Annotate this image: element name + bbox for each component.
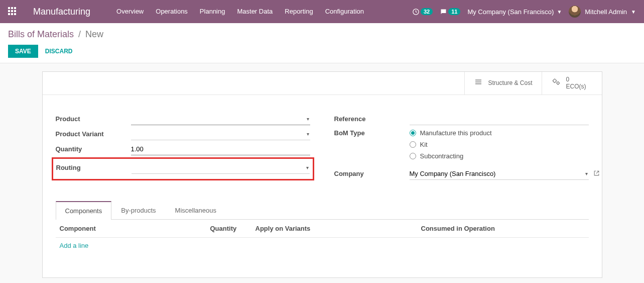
label-product: Product (56, 115, 131, 123)
gears-icon (551, 77, 561, 89)
breadcrumb-sep: / (78, 29, 81, 39)
nav-reporting[interactable]: Reporting (279, 0, 319, 23)
th-quantity: Quantity (206, 220, 251, 238)
product-input[interactable] (131, 113, 310, 125)
tabs: Components By-products Miscellaneous (56, 201, 589, 220)
table-header-row: Component Quantity Apply on Variants Con… (56, 220, 589, 238)
table-row: Add a line (56, 237, 589, 253)
caret-down-icon: ▼ (631, 9, 636, 15)
eco-label: ECO(s) (566, 83, 586, 90)
label-reference: Reference (334, 115, 410, 123)
left-column: Product ▾ Product Variant ▾ Quantity (56, 112, 310, 182)
sheet-wrap: Structure & Cost 0 ECO(s) Product (0, 63, 644, 278)
app-header: Manufacturing Overview Operations Planni… (0, 0, 644, 23)
field-reference: Reference (334, 112, 589, 126)
company-name: My Company (San Francisco) (467, 8, 554, 16)
form-sheet: Structure & Cost 0 ECO(s) Product (42, 71, 602, 278)
eco-count: 0 (566, 76, 586, 83)
product-variant-control[interactable]: ▾ (131, 128, 310, 140)
quantity-input[interactable] (131, 143, 310, 155)
radio-icon (410, 153, 416, 159)
eco-text: 0 ECO(s) (566, 76, 586, 90)
bom-type-group: Manufacture this product Kit Subcontract… (410, 127, 589, 162)
routing-input[interactable] (132, 162, 310, 174)
radio-icon (410, 130, 416, 136)
main-nav: Overview Operations Planning Master Data… (110, 0, 370, 23)
save-button[interactable]: SAVE (8, 45, 38, 58)
company-input[interactable] (410, 168, 589, 180)
reference-input[interactable] (410, 113, 589, 125)
breadcrumb: Bills of Materials / New (8, 29, 636, 40)
breadcrumb-root[interactable]: Bills of Materials (8, 29, 74, 39)
user-menu[interactable]: Mitchell Admin ▼ (569, 6, 636, 18)
field-bom-type: BoM Type Manufacture this product Kit (334, 127, 589, 162)
eco-button[interactable]: 0 ECO(s) (542, 72, 602, 95)
bom-type-manufacture[interactable]: Manufacture this product (410, 127, 589, 139)
discard-button[interactable]: DISCARD (45, 48, 73, 55)
user-name: Mitchell Admin (585, 8, 627, 16)
label-quantity: Quantity (56, 145, 131, 153)
clock-icon (412, 8, 420, 16)
messages-indicator[interactable]: 11 (440, 8, 460, 16)
field-product: Product ▾ (56, 112, 310, 126)
quantity-control[interactable] (131, 143, 310, 155)
field-product-variant: Product Variant ▾ (56, 127, 310, 141)
product-control[interactable]: ▾ (131, 113, 310, 125)
chat-icon (440, 8, 447, 16)
nav-master-data[interactable]: Master Data (231, 0, 279, 23)
field-company: Company ▾ (334, 167, 589, 181)
list-icon (474, 77, 483, 89)
right-column: Reference BoM Type Manufacture this prod… (334, 112, 589, 182)
table-row-empty (56, 253, 589, 277)
label-routing: Routing (56, 164, 132, 171)
field-quantity: Quantity (56, 142, 310, 156)
reference-control[interactable] (410, 113, 589, 125)
apps-icon[interactable] (8, 7, 17, 16)
th-variants: Apply on Variants (251, 220, 417, 238)
label-product-variant: Product Variant (56, 130, 131, 138)
action-buttons: SAVE DISCARD (8, 45, 636, 58)
routing-highlight: Routing ▾ (52, 157, 314, 180)
tab-components[interactable]: Components (56, 201, 112, 220)
nav-configuration[interactable]: Configuration (319, 0, 370, 23)
control-panel: Bills of Materials / New SAVE DISCARD (0, 23, 644, 63)
product-variant-input[interactable] (131, 128, 310, 140)
breadcrumb-current: New (85, 29, 103, 39)
notebook: Components By-products Miscellaneous Com… (43, 201, 602, 277)
th-component: Component (56, 220, 206, 238)
structure-cost-label: Structure & Cost (488, 79, 532, 86)
components-table: Component Quantity Apply on Variants Con… (56, 220, 589, 277)
bom-type-subcontracting[interactable]: Subcontracting (410, 150, 589, 162)
activity-count: 32 (421, 8, 433, 15)
nav-planning[interactable]: Planning (194, 0, 231, 23)
external-link-icon[interactable] (593, 170, 600, 178)
routing-control[interactable]: ▾ (132, 162, 310, 174)
structure-cost-button[interactable]: Structure & Cost (464, 72, 541, 95)
nav-operations[interactable]: Operations (150, 0, 194, 23)
add-line-link[interactable]: Add a line (60, 242, 89, 249)
label-company: Company (334, 170, 410, 177)
form-body: Product ▾ Product Variant ▾ Quantity (43, 95, 602, 192)
radio-label: Manufacture this product (420, 129, 492, 137)
messages-count: 11 (448, 8, 460, 15)
svg-point-4 (553, 79, 556, 82)
company-control[interactable]: ▾ (410, 168, 589, 180)
field-routing: Routing ▾ (56, 161, 310, 175)
label-bom-type: BoM Type (334, 127, 410, 137)
tab-byproducts[interactable]: By-products (111, 201, 165, 220)
radio-label: Kit (420, 141, 428, 148)
svg-point-5 (557, 82, 559, 84)
radio-label: Subcontracting (420, 152, 464, 160)
avatar (569, 6, 581, 18)
activity-indicator[interactable]: 32 (412, 8, 433, 16)
tab-miscellaneous[interactable]: Miscellaneous (166, 201, 226, 220)
radio-icon (410, 141, 416, 148)
bom-type-kit[interactable]: Kit (410, 139, 589, 150)
caret-down-icon: ▼ (557, 9, 562, 15)
header-right: 32 11 My Company (San Francisco) ▼ Mitch… (412, 6, 636, 18)
stat-buttons: Structure & Cost 0 ECO(s) (43, 72, 602, 95)
th-consumed: Consumed in Operation (417, 220, 589, 238)
company-switcher[interactable]: My Company (San Francisco) ▼ (467, 8, 562, 16)
nav-overview[interactable]: Overview (110, 0, 150, 23)
app-brand[interactable]: Manufacturing (33, 7, 90, 17)
